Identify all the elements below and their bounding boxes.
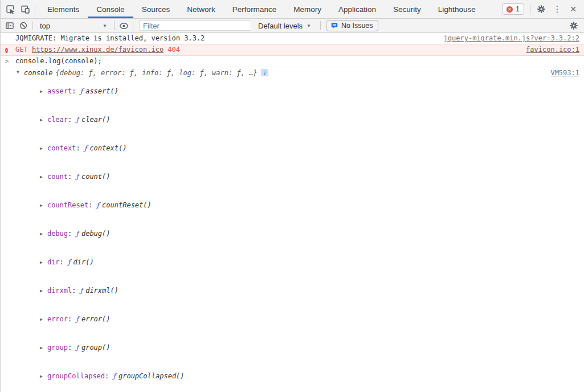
expand-triangle-icon[interactable]: ▶ xyxy=(40,344,47,353)
property-name: clear xyxy=(47,116,68,124)
object-property-row[interactable]: ▶clear: ƒclear() xyxy=(23,106,579,134)
function-symbol: ƒ xyxy=(68,258,70,266)
error-icon: ✕ xyxy=(5,48,8,53)
object-property-row[interactable]: ▶countReset: ƒcountReset() xyxy=(23,191,579,220)
property-name: dir xyxy=(47,258,60,266)
property-value: count() xyxy=(81,173,111,181)
error-count: 1 xyxy=(516,5,520,13)
clear-console-button[interactable] xyxy=(17,19,30,32)
function-symbol: ƒ xyxy=(76,173,78,181)
close-icon: ✕ xyxy=(570,5,577,14)
tab-memory[interactable]: Memory xyxy=(285,0,330,18)
more-options-button[interactable]: ⋮ xyxy=(550,2,565,17)
property-name: count xyxy=(47,173,68,181)
object-header[interactable]: ▼ console {debug: ƒ, error: ƒ, info: ƒ, … xyxy=(5,68,579,77)
gear-icon xyxy=(537,5,546,14)
expand-triangle-icon[interactable]: ▶ xyxy=(40,144,47,153)
levels-label: Default levels xyxy=(258,22,303,30)
console-toolbar: top ▼ Default levels ▼ xyxy=(1,19,584,33)
property-value: dir() xyxy=(73,258,94,266)
toggle-device-toolbar-button[interactable] xyxy=(18,2,32,17)
command-text: console.log(console); xyxy=(15,57,579,66)
expand-triangle-icon[interactable]: ▶ xyxy=(40,230,47,239)
tab-application[interactable]: Application xyxy=(330,0,385,18)
tab-lighthouse[interactable]: Lighthouse xyxy=(430,0,484,18)
inspect-cursor-icon xyxy=(6,5,15,14)
function-symbol: ƒ xyxy=(113,372,116,380)
show-console-sidebar-button[interactable] xyxy=(3,19,17,32)
function-symbol: ƒ xyxy=(80,87,83,95)
source-link[interactable]: VM593:1 xyxy=(550,68,579,77)
divider xyxy=(35,5,35,14)
property-value: group() xyxy=(81,344,111,352)
expand-triangle-icon[interactable]: ▶ xyxy=(40,87,47,96)
divider xyxy=(114,21,115,30)
function-symbol: ƒ xyxy=(80,287,83,295)
expand-triangle-icon[interactable]: ▶ xyxy=(40,258,47,267)
chevron-down-icon: ▼ xyxy=(103,23,107,28)
property-value: error() xyxy=(81,315,111,323)
function-symbol: ƒ xyxy=(76,344,78,352)
tab-performance[interactable]: Performance xyxy=(224,0,285,18)
issues-label: No Issues xyxy=(341,22,373,30)
issues-badge[interactable]: No Issues xyxy=(326,20,378,31)
tab-elements[interactable]: Elements xyxy=(39,0,88,18)
property-value: dirxml() xyxy=(85,287,119,295)
gear-icon xyxy=(569,21,578,30)
console-object-result: ▼ console {debug: ƒ, error: ƒ, info: ƒ, … xyxy=(1,67,584,392)
property-value: debug() xyxy=(81,230,111,238)
expand-triangle-icon[interactable]: ▶ xyxy=(40,173,47,182)
error-count-badge[interactable]: ✕ 1 xyxy=(502,3,524,15)
property-name: debug xyxy=(47,230,68,238)
object-property-row[interactable]: ▶dir: ƒdir() xyxy=(23,248,579,277)
filter-input[interactable] xyxy=(139,21,251,31)
function-symbol: ƒ xyxy=(76,116,78,124)
javascript-context-selector[interactable]: top ▼ xyxy=(35,19,112,32)
object-property-row[interactable]: ▶context: ƒcontext() xyxy=(23,134,579,163)
console-message-favicon-404: ✕ GET https://www.xinux.de/favicon.ico 4… xyxy=(1,44,584,56)
tab-console[interactable]: Console xyxy=(88,0,133,18)
console-command-log-console: > console.log(console); xyxy=(1,56,584,67)
error-url-link[interactable]: https://www.xinux.de/favicon.ico xyxy=(32,46,164,54)
property-value: countReset() xyxy=(102,201,152,209)
inspect-element-button[interactable] xyxy=(3,2,18,17)
object-property-row[interactable]: ▶dirxml: ƒdirxml() xyxy=(23,277,579,305)
property-name: groupCollapsed xyxy=(47,372,105,380)
panel-tabs: ElementsConsoleSourcesNetworkPerformance… xyxy=(39,0,484,18)
tab-sources[interactable]: Sources xyxy=(133,0,179,18)
console-messages: JQMIGRATE: Migrate is installed, version… xyxy=(1,33,584,392)
tab-security[interactable]: Security xyxy=(385,0,430,18)
object-property-row[interactable]: ▶count: ƒcount() xyxy=(23,163,579,191)
function-symbol: ƒ xyxy=(76,230,78,238)
expand-triangle-icon[interactable]: ▶ xyxy=(40,287,47,296)
info-icon: i xyxy=(261,69,268,76)
chevron-down-icon: ▼ xyxy=(307,23,311,28)
error-icon: ✕ xyxy=(507,6,513,13)
object-property-row[interactable]: ▶group: ƒgroup() xyxy=(23,334,579,362)
tab-network[interactable]: Network xyxy=(178,0,224,18)
create-live-expression-button[interactable] xyxy=(117,19,130,32)
close-devtools-button[interactable]: ✕ xyxy=(566,2,581,17)
object-property-row[interactable]: ▶debug: ƒdebug() xyxy=(23,220,579,248)
collapse-triangle-icon[interactable]: ▼ xyxy=(17,68,24,77)
expand-triangle-icon[interactable]: ▶ xyxy=(40,201,47,210)
expand-triangle-icon[interactable]: ▶ xyxy=(40,372,47,381)
property-name: group xyxy=(47,344,68,352)
command-chevron-icon: > xyxy=(5,57,15,66)
console-sidebar-icon xyxy=(5,21,14,30)
object-property-row[interactable]: ▶assert: ƒassert() xyxy=(23,77,579,106)
source-link[interactable]: favicon.ico:1 xyxy=(526,46,579,54)
object-property-row[interactable]: ▶groupCollapsed: ƒgroupCollapsed() xyxy=(23,362,579,391)
log-levels-dropdown[interactable]: Default levels ▼ xyxy=(251,19,318,32)
divider xyxy=(320,21,321,30)
clear-console-icon xyxy=(19,21,28,30)
expand-triangle-icon[interactable]: ▶ xyxy=(40,315,47,324)
source-link[interactable]: jquery-migrate.min.js?ver=3.3.2:2 xyxy=(444,34,579,43)
console-settings-button[interactable] xyxy=(567,19,581,32)
expand-triangle-icon[interactable]: ▶ xyxy=(40,116,47,125)
settings-button[interactable] xyxy=(534,2,549,17)
property-value: groupCollapsed() xyxy=(119,372,185,380)
property-name: error xyxy=(47,315,68,323)
object-property-row[interactable]: ▶error: ƒerror() xyxy=(23,305,579,334)
kebab-menu-icon: ⋮ xyxy=(553,4,562,14)
